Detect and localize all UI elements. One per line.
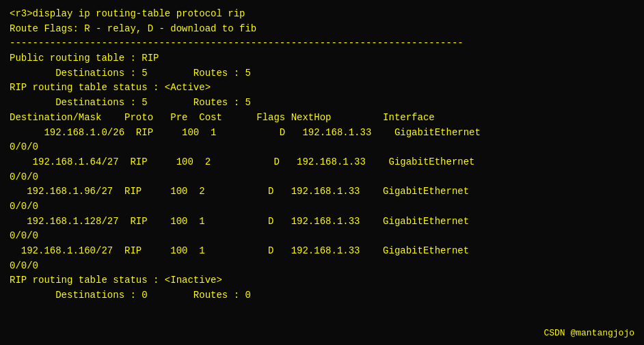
terminal-line: 0/0/0 [10, 170, 634, 185]
watermark: CSDN @mantangjojo [544, 328, 634, 338]
terminal-line: 0/0/0 [10, 229, 634, 244]
terminal-line: 192.168.1.160/27 RIP 100 1 D 192.168.1.3… [10, 244, 634, 259]
terminal-line: 192.168.1.128/27 RIP 100 1 D 192.168.1.3… [10, 215, 634, 230]
terminal-line: Destination/Mask Proto Pre Cost Flags Ne… [10, 111, 634, 126]
terminal-window: <r3>display ip routing-table protocol ri… [0, 0, 644, 345]
terminal-line: ----------------------------------------… [10, 36, 634, 51]
terminal-line: 192.168.1.0/26 RIP 100 1 D 192.168.1.33 … [10, 126, 634, 141]
terminal-line: <r3>display ip routing-table protocol ri… [10, 7, 634, 22]
terminal-line: Destinations : 5 Routes : 5 [10, 66, 634, 81]
terminal-line: Destinations : 0 Routes : 0 [10, 288, 634, 303]
terminal-line: 192.168.1.64/27 RIP 100 2 D 192.168.1.33… [10, 155, 634, 170]
terminal-line: 0/0/0 [10, 199, 634, 215]
terminal-line: Destinations : 5 Routes : 5 [10, 96, 634, 111]
terminal-line: Public routing table : RIP [10, 51, 634, 66]
terminal-line: 192.168.1.96/27 RIP 100 2 D 192.168.1.33… [10, 184, 634, 199]
terminal-line: 0/0/0 [10, 259, 634, 274]
terminal-line: 0/0/0 [10, 140, 634, 155]
terminal-line: RIP routing table status : <Inactive> [10, 273, 634, 288]
terminal-line: RIP routing table status : <Active> [10, 81, 634, 96]
terminal-line: Route Flags: R - relay, D - download to … [10, 22, 634, 37]
